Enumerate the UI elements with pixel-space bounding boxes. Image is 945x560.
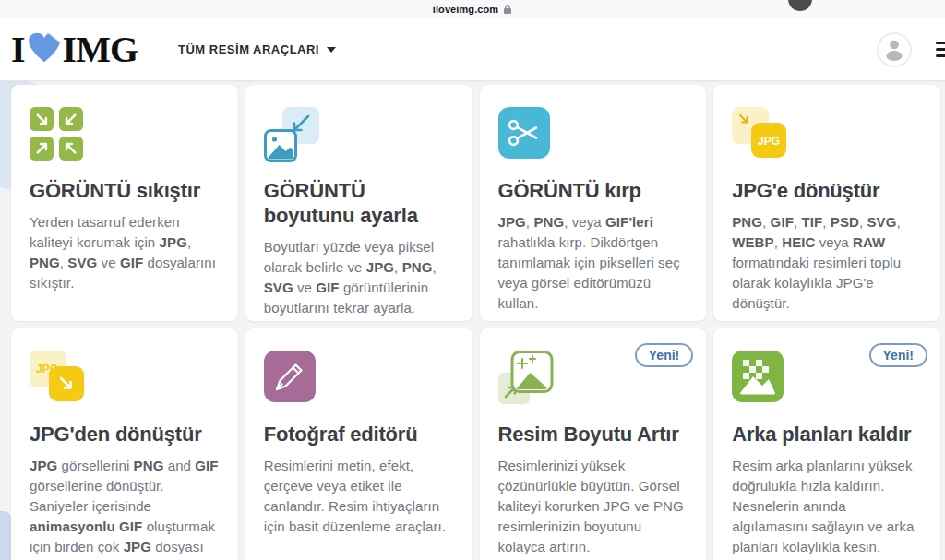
tool-description: JPG görsellerini PNG and GIF görsellerin… [30, 456, 220, 560]
site-header: I IMG TÜM RESİM ARAÇLARI [0, 18, 945, 81]
pencil-icon [264, 351, 454, 410]
tool-description: Yerden tasarruf ederken kaliteyi korumak… [30, 212, 220, 293]
tool-description: JPG, PNG, veya GIF'leri rahatlıkla kırp.… [498, 212, 688, 314]
user-icon [882, 37, 906, 62]
tool-description: Resimlerinizi yüksek çözünürlükle büyütü… [498, 456, 688, 557]
heart-icon [28, 32, 61, 63]
tool-description: Resim arka planlarını yüksek doğrulukla … [732, 456, 922, 557]
new-badge: Yeni! [869, 343, 927, 367]
new-badge: Yeni! [635, 343, 693, 367]
hamburger-menu-icon[interactable] [936, 42, 945, 57]
tool-card-convert-from-jpg[interactable]: JPG JPG'den dönüştürJPG görsellerini PNG… [11, 328, 238, 560]
tool-title: Arka planları kaldır [732, 423, 922, 447]
tool-title: GÖRÜNTÜ kırp [498, 179, 688, 204]
tool-card-crop-image[interactable]: GÖRÜNTÜ kırpJPG, PNG, veya GIF'leri raha… [480, 85, 707, 321]
logo-text-i: I [11, 28, 25, 71]
tool-card-upscale-image[interactable]: Yeni!Resim Boyutu ArtırResimlerinizi yük… [480, 328, 707, 560]
tool-title: Resim Boyutu Artır [498, 423, 688, 447]
menu-label: TÜM RESİM ARAÇLARI [178, 42, 319, 56]
tool-card-convert-to-jpg[interactable]: JPG JPG'e dönüştürPNG, GIF, TIF, PSD, SV… [713, 85, 940, 321]
convert-from-jpg-icon: JPG [30, 351, 220, 410]
tool-title: GÖRÜNTÜ boyutunu ayarla [264, 179, 454, 229]
scissors-icon [498, 107, 688, 166]
tool-card-compress-image[interactable]: GÖRÜNTÜ sıkıştırYerden tasarruf ederken … [11, 85, 238, 321]
tool-card-photo-editor[interactable]: Fotoğraf editörüResimlerini metin, efekt… [245, 328, 472, 560]
all-image-tools-menu[interactable]: TÜM RESİM ARAÇLARI [178, 42, 336, 56]
tools-grid: GÖRÜNTÜ sıkıştırYerden tasarruf ederken … [11, 85, 940, 560]
tool-title: JPG'e dönüştür [732, 179, 922, 204]
user-avatar[interactable] [877, 32, 912, 67]
tool-description: PNG, GIF, TIF, PSD, SVG, WEBP, HEIC veya… [732, 212, 922, 314]
tool-title: GÖRÜNTÜ sıkıştır [30, 179, 220, 204]
lock-icon [503, 4, 512, 15]
background-accent-bottom-left [0, 511, 11, 560]
tool-description: Resimlerini metin, efekt, çerçeve veya e… [264, 456, 454, 537]
url-text: iloveimg.com [433, 4, 499, 15]
convert-to-jpg-icon: JPG [732, 107, 922, 166]
tool-title: JPG'den dönüştür [30, 423, 220, 447]
page-canvas: iloveimg.com I IMG TÜM RESİM ARAÇLARI [0, 0, 945, 560]
svg-text:JPG: JPG [758, 135, 780, 148]
resize-image-icon [264, 107, 454, 166]
tool-card-remove-background[interactable]: Yeni!Arka planları kaldırResim arka plan… [713, 328, 940, 560]
logo-text-img: IMG [63, 28, 138, 71]
tool-card-resize-image[interactable]: GÖRÜNTÜ boyutunu ayarlaBoyutları yüzde v… [245, 85, 472, 321]
tool-title: Fotoğraf editörü [264, 423, 454, 447]
compress-arrows-icon [30, 107, 220, 166]
iloveimg-logo[interactable]: I IMG [11, 28, 138, 71]
tool-description: Boyutları yüzde veya piksel olarak belir… [264, 237, 454, 318]
chevron-down-icon [327, 47, 336, 53]
